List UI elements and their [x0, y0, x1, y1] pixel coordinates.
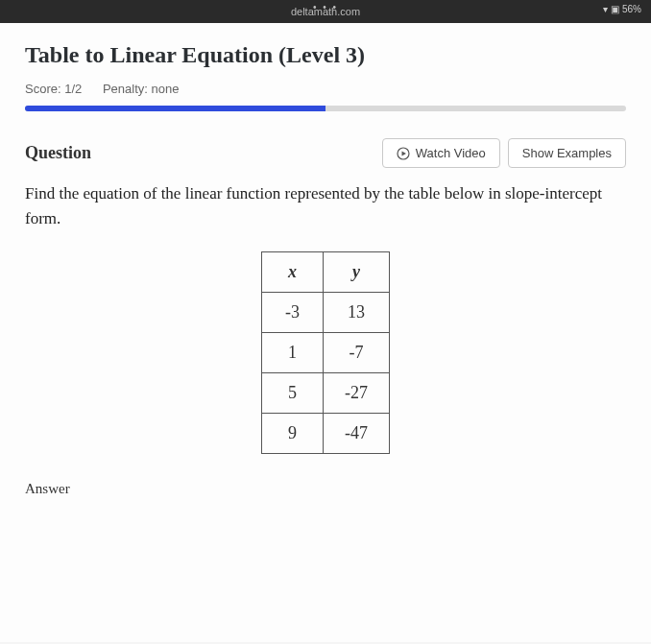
table-header-y: y: [324, 252, 390, 293]
page-title: Table to Linear Equation (Level 3): [25, 42, 626, 68]
watch-video-button[interactable]: Watch Video: [382, 138, 500, 168]
answer-heading: Answer: [25, 481, 626, 497]
cell-x: -3: [262, 293, 324, 333]
show-examples-label: Show Examples: [522, 146, 612, 160]
wifi-icon: ▾: [603, 4, 608, 14]
play-icon: [397, 147, 410, 160]
cell-y: -27: [324, 373, 390, 414]
cell-x: 9: [262, 414, 324, 454]
table-row: -3 13: [262, 293, 390, 333]
cell-x: 5: [262, 373, 324, 414]
browser-address-bar: • • • deltamath.com ▾ ▣ 56%: [0, 0, 651, 23]
score-label: Score: 1/2: [25, 82, 82, 96]
progress-bar: [25, 106, 626, 111]
penalty-label: Penalty: none: [103, 82, 180, 96]
question-actions: Watch Video Show Examples: [382, 138, 626, 168]
battery-icon: ▣: [611, 4, 619, 14]
cell-y: -7: [324, 333, 390, 373]
table-row: 5 -27: [262, 373, 390, 414]
table-row: 1 -7: [262, 333, 390, 373]
question-prompt: Find the equation of the linear function…: [25, 181, 626, 230]
browser-drag-handle: • • •: [313, 2, 338, 12]
svg-marker-1: [401, 151, 406, 155]
cell-y: 13: [324, 293, 390, 333]
table-row: 9 -47: [262, 414, 390, 454]
watch-video-label: Watch Video: [416, 146, 486, 160]
question-heading: Question: [25, 143, 91, 163]
xy-table: x y -3 13 1 -7 5 -27 9 -47: [261, 251, 390, 454]
cell-x: 1: [262, 333, 324, 373]
device-status: ▾ ▣ 56%: [603, 4, 641, 14]
table-header-row: x y: [262, 252, 390, 293]
progress-fill: [25, 106, 326, 111]
show-examples-button[interactable]: Show Examples: [508, 138, 626, 168]
battery-percent: 56%: [622, 4, 641, 14]
page-content: Table to Linear Equation (Level 3) Score…: [0, 23, 651, 642]
score-meta: Score: 1/2 Penalty: none: [25, 82, 626, 96]
table-header-x: x: [262, 252, 324, 293]
cell-y: -47: [324, 414, 390, 454]
